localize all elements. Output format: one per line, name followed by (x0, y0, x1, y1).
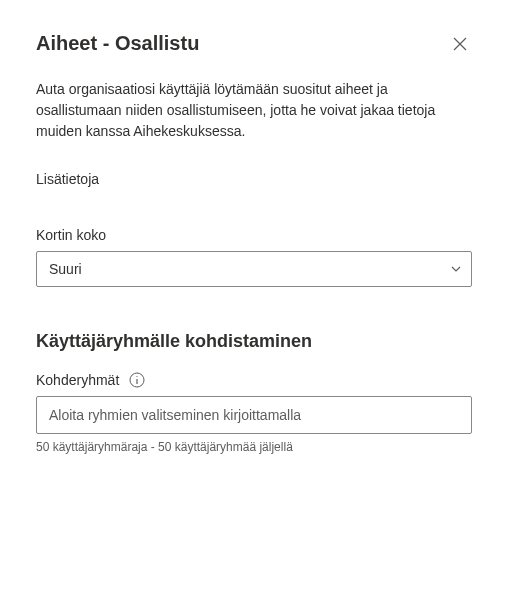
audience-label-row: Kohderyhmät (36, 372, 472, 388)
panel-title: Aiheet - Osallistu (36, 32, 199, 55)
card-size-label: Kortin koko (36, 227, 472, 243)
audience-hint-text: käyttäjäryhmäraja - 50 käyttäjäryhmää jä… (49, 440, 292, 454)
learn-more-link[interactable]: Lisätietoja (36, 171, 99, 187)
panel-header: Aiheet - Osallistu (36, 32, 472, 59)
audience-input[interactable] (36, 396, 472, 434)
svg-point-4 (137, 376, 138, 377)
panel-description: Auta organisaatiosi käyttäjiä löytämään … (36, 79, 472, 142)
close-icon (452, 36, 468, 55)
audience-hint-limit: 50 (36, 440, 49, 454)
info-icon[interactable] (129, 372, 145, 388)
card-size-select-wrapper: Suuri (36, 251, 472, 287)
close-button[interactable] (448, 32, 472, 59)
targeting-section-title: Käyttäjäryhmälle kohdistaminen (36, 331, 472, 352)
audience-hint: 50 käyttäjäryhmäraja - 50 käyttäjäryhmää… (36, 440, 472, 454)
card-size-select[interactable]: Suuri (36, 251, 472, 287)
audience-label: Kohderyhmät (36, 372, 119, 388)
